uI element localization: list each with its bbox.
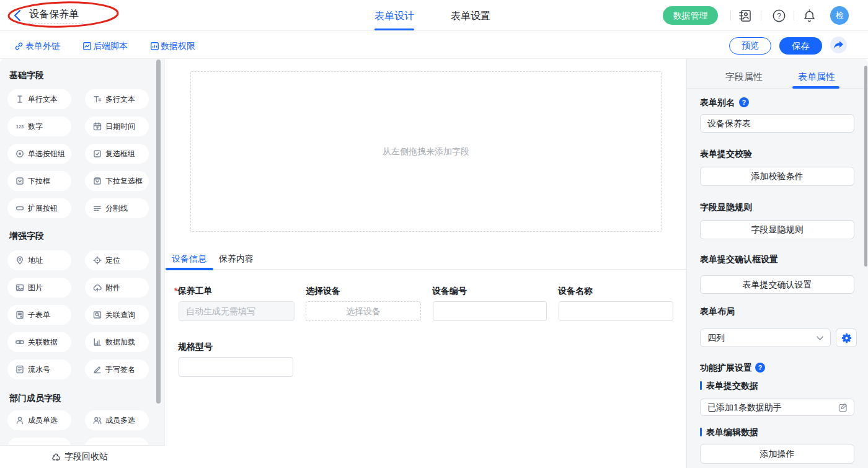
svg-text:?: ? [758,364,762,371]
svg-text:?: ? [777,12,781,20]
svg-text:123: 123 [16,124,24,130]
svg-text:?: ? [742,99,746,106]
